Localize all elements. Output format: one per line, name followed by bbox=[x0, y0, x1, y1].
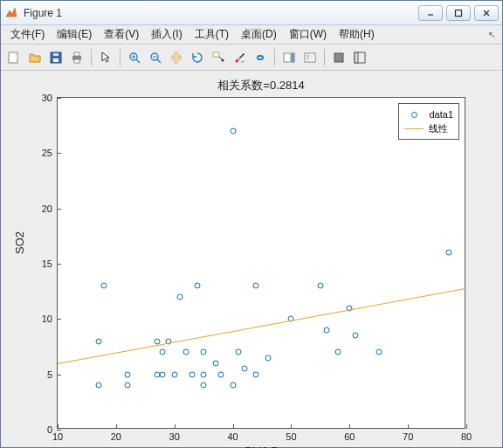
hide-tools-button[interactable] bbox=[329, 48, 348, 67]
y-tick-label: 30 bbox=[42, 93, 52, 103]
pointer-button[interactable] bbox=[96, 48, 115, 67]
menu-tools[interactable]: 工具(T) bbox=[189, 25, 235, 44]
data-point bbox=[160, 349, 166, 355]
data-point bbox=[265, 355, 271, 361]
datacursor-button[interactable] bbox=[209, 48, 228, 67]
minimize-button[interactable] bbox=[418, 5, 443, 21]
data-point bbox=[230, 383, 236, 389]
zoom-in-button[interactable] bbox=[125, 48, 144, 67]
legend-row-fit: 线性 bbox=[404, 121, 453, 135]
data-point bbox=[323, 327, 329, 334]
svg-line-12 bbox=[136, 59, 140, 63]
data-point bbox=[253, 283, 259, 289]
svg-rect-24 bbox=[305, 53, 315, 62]
data-point bbox=[160, 371, 166, 377]
x-tick-label: 40 bbox=[227, 431, 238, 442]
menu-overflow-icon[interactable]: ↖ bbox=[488, 30, 499, 39]
x-tick-label: 50 bbox=[286, 431, 296, 442]
axes[interactable]: data1 线性 0510152025301020304050607080 bbox=[57, 97, 465, 429]
menu-help[interactable]: 帮助(H) bbox=[333, 25, 381, 44]
chart-title: 相关系数=0.2814 bbox=[57, 78, 465, 93]
menu-edit[interactable]: 编辑(E) bbox=[51, 25, 98, 44]
svg-rect-10 bbox=[74, 59, 79, 63]
svg-rect-22 bbox=[284, 53, 291, 62]
legend-label-data1: data1 bbox=[429, 109, 453, 120]
x-tick-label: 70 bbox=[403, 431, 413, 442]
data-point bbox=[201, 383, 207, 389]
data-point bbox=[317, 283, 323, 289]
data-point bbox=[241, 366, 247, 372]
window-title: Figure 1 bbox=[24, 7, 418, 19]
toolbar bbox=[1, 45, 502, 71]
menu-insert[interactable]: 插入(I) bbox=[145, 25, 188, 44]
data-point bbox=[125, 383, 131, 389]
data-point bbox=[177, 294, 183, 300]
fit-line bbox=[58, 288, 466, 364]
circle-marker-icon bbox=[411, 112, 417, 118]
figure-window: Figure 1 文件(F) 编辑(E) 查看(V) 插入(I) 工具(T) 桌… bbox=[0, 0, 503, 448]
data-point bbox=[236, 349, 242, 355]
data-point bbox=[201, 349, 207, 355]
y-tick-label: 15 bbox=[42, 258, 52, 269]
svg-rect-9 bbox=[74, 52, 79, 56]
svg-rect-29 bbox=[334, 53, 343, 62]
data-point bbox=[95, 383, 101, 389]
show-tools-button[interactable] bbox=[350, 48, 369, 67]
data-point bbox=[218, 371, 224, 377]
data-point bbox=[125, 371, 131, 377]
menu-view[interactable]: 查看(V) bbox=[98, 25, 145, 44]
data-point bbox=[189, 371, 195, 377]
svg-point-20 bbox=[222, 59, 224, 61]
menu-desktop[interactable]: 桌面(D) bbox=[235, 25, 283, 44]
print-button[interactable] bbox=[67, 48, 86, 67]
open-button[interactable] bbox=[25, 48, 45, 67]
legend-row-data1: data1 bbox=[404, 107, 453, 121]
data-point bbox=[171, 371, 177, 377]
x-tick-label: 10 bbox=[52, 431, 63, 442]
menu-window[interactable]: 窗口(W) bbox=[283, 25, 333, 44]
svg-line-16 bbox=[157, 59, 161, 63]
data-point bbox=[230, 128, 236, 134]
rotate-button[interactable] bbox=[188, 48, 207, 67]
x-tick-label: 60 bbox=[344, 431, 355, 442]
y-tick-label: 20 bbox=[42, 203, 52, 214]
data-point bbox=[253, 371, 259, 377]
matlab-logo-icon bbox=[4, 6, 18, 20]
data-point bbox=[212, 361, 218, 367]
svg-rect-1 bbox=[456, 10, 462, 16]
data-point bbox=[154, 338, 160, 344]
data-point bbox=[352, 333, 358, 339]
zoom-out-button[interactable] bbox=[146, 48, 165, 67]
y-axis-label: SO2 bbox=[13, 231, 26, 254]
legend-button[interactable] bbox=[300, 48, 320, 67]
pan-button[interactable] bbox=[167, 48, 186, 67]
legend-label-fit: 线性 bbox=[429, 122, 448, 135]
close-button[interactable] bbox=[474, 5, 499, 21]
y-tick-label: 5 bbox=[47, 369, 52, 380]
menu-file[interactable]: 文件(F) bbox=[4, 25, 51, 44]
save-button[interactable] bbox=[46, 48, 65, 67]
data-point bbox=[101, 283, 107, 289]
y-tick-label: 25 bbox=[42, 148, 52, 158]
figure-area: 相关系数=0.2814 SO2 data1 线性 051015202530102… bbox=[1, 71, 502, 447]
new-figure-button[interactable] bbox=[4, 48, 24, 67]
line-marker-icon bbox=[404, 128, 424, 129]
x-tick-label: 80 bbox=[461, 431, 472, 442]
data-point bbox=[183, 349, 189, 355]
titlebar: Figure 1 bbox=[1, 1, 502, 25]
brush-button[interactable] bbox=[230, 48, 249, 67]
svg-rect-18 bbox=[213, 52, 219, 57]
link-button[interactable] bbox=[251, 48, 270, 67]
data-point bbox=[376, 349, 382, 355]
svg-rect-7 bbox=[53, 53, 59, 56]
y-tick-label: 10 bbox=[42, 314, 52, 324]
data-point bbox=[201, 371, 207, 377]
data-point bbox=[334, 349, 341, 355]
data-point bbox=[95, 338, 101, 344]
maximize-button[interactable] bbox=[446, 5, 471, 21]
data-point bbox=[445, 250, 451, 256]
menubar: 文件(F) 编辑(E) 查看(V) 插入(I) 工具(T) 桌面(D) 窗口(W… bbox=[1, 25, 502, 45]
x-axis-label: PM2.5 bbox=[57, 445, 465, 448]
legend[interactable]: data1 线性 bbox=[398, 103, 459, 140]
colorbar-button[interactable] bbox=[279, 48, 299, 67]
